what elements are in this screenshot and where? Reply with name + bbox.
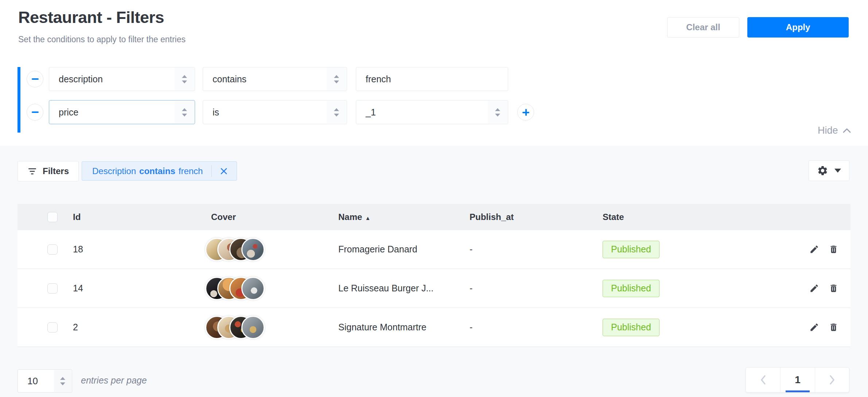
filters-button[interactable]: Filters — [17, 161, 79, 181]
column-header-publish-at[interactable]: Publish_at — [470, 212, 603, 222]
active-page-indicator — [786, 390, 810, 392]
column-header-cover[interactable]: Cover — [204, 212, 338, 222]
page-number-button[interactable]: 1 — [780, 367, 814, 392]
pencil-icon — [809, 283, 819, 293]
filter-tag-operator: contains — [139, 166, 175, 176]
filter-condition-row: price is _1 — [27, 100, 534, 124]
clear-all-button[interactable]: Clear all — [667, 17, 739, 38]
select-stepper-icon — [54, 370, 71, 392]
trash-icon — [829, 322, 838, 332]
remove-condition-button[interactable] — [27, 71, 43, 87]
chevron-right-icon — [829, 375, 835, 385]
filter-icon — [27, 167, 37, 176]
page-subtitle: Set the conditions to apply to filter th… — [18, 35, 186, 44]
close-icon — [219, 166, 229, 176]
entries-table: Id Cover Name▲ Publish_at State 18 — [17, 204, 851, 347]
settings-dropdown-button[interactable] — [809, 160, 849, 181]
operator-select[interactable]: is — [203, 100, 347, 124]
add-condition-button[interactable] — [517, 104, 534, 121]
hide-filters-link[interactable]: Hide — [818, 125, 851, 136]
pagination: 1 — [746, 367, 849, 393]
cover-image — [241, 316, 265, 339]
cover-images — [205, 277, 265, 300]
gear-icon — [817, 165, 828, 176]
cell-name: Signature Montmartre — [338, 322, 470, 333]
cell-publish-at: - — [470, 322, 603, 333]
page-size-select[interactable]: 10 — [17, 369, 72, 393]
field-select-value: description — [59, 74, 103, 84]
pencil-icon — [809, 322, 819, 332]
select-all-cell — [17, 212, 72, 222]
table-row[interactable]: 18 Fromagerie Danard - Published — [17, 230, 851, 269]
table-row[interactable]: 2 Signature Montmartre - Published — [17, 308, 851, 347]
select-all-checkbox[interactable] — [47, 212, 58, 222]
chevron-left-icon — [760, 375, 766, 385]
edit-button[interactable] — [809, 244, 819, 254]
cell-name: Fromagerie Danard — [338, 244, 470, 255]
operator-select-value: contains — [213, 74, 246, 84]
remove-filter-tag-button[interactable] — [219, 166, 229, 176]
select-stepper-icon — [175, 68, 194, 90]
row-checkbox[interactable] — [47, 322, 58, 333]
delete-button[interactable] — [829, 322, 838, 332]
value-select[interactable]: _1 — [356, 100, 508, 124]
operator-select[interactable]: contains — [203, 67, 347, 91]
page-size-value: 10 — [27, 376, 38, 387]
cover-images — [205, 316, 265, 339]
filters-button-label: Filters — [43, 166, 69, 176]
chevron-up-icon — [842, 128, 851, 133]
cell-cover — [204, 316, 338, 339]
operator-select-value: is — [213, 107, 219, 118]
next-page-button[interactable] — [815, 367, 849, 392]
cover-images — [205, 238, 265, 261]
value-select-value: _1 — [366, 107, 376, 118]
pencil-icon — [809, 244, 819, 254]
apply-button[interactable]: Apply — [747, 17, 849, 38]
filter-tag-field: Description — [92, 166, 136, 176]
filter-accent-bar — [17, 67, 20, 133]
cell-publish-at: - — [470, 244, 603, 255]
select-stepper-icon — [175, 101, 194, 123]
edit-button[interactable] — [809, 283, 819, 293]
cell-cover — [204, 277, 338, 300]
state-badge: Published — [603, 319, 659, 336]
chevron-down-icon — [834, 169, 841, 173]
active-filter-tag: Description contains french — [82, 161, 237, 181]
column-header-id[interactable]: Id — [72, 212, 204, 222]
edit-button[interactable] — [809, 322, 819, 332]
select-stepper-icon — [327, 68, 346, 90]
cover-image — [241, 238, 265, 261]
table-header-row: Id Cover Name▲ Publish_at State — [17, 204, 851, 230]
field-select[interactable]: description — [49, 67, 195, 91]
table-row[interactable]: 14 Le Ruisseau Burger J... - Published — [17, 269, 851, 308]
delete-button[interactable] — [829, 283, 838, 293]
tag-divider — [211, 165, 212, 177]
state-badge: Published — [603, 241, 659, 258]
restaurant-filters-page: Restaurant - Filters Set the conditions … — [0, 0, 868, 397]
cell-id: 18 — [72, 244, 204, 255]
remove-condition-button[interactable] — [27, 104, 43, 121]
filter-condition-row: description contains — [27, 67, 508, 91]
entries-per-page-label: entries per page — [81, 375, 147, 386]
value-input[interactable] — [356, 67, 508, 91]
column-header-name[interactable]: Name▲ — [338, 212, 470, 222]
filter-tag-value: french — [179, 166, 203, 176]
field-select-value: price — [59, 107, 78, 118]
previous-page-button[interactable] — [746, 367, 780, 392]
cell-name: Le Ruisseau Burger J... — [338, 283, 470, 294]
field-select[interactable]: price — [49, 100, 195, 124]
state-badge: Published — [603, 280, 659, 297]
content-area: Filters Description contains french — [0, 146, 868, 397]
sort-asc-icon: ▲ — [365, 215, 370, 221]
cell-cover — [204, 238, 338, 261]
plus-icon — [522, 109, 529, 116]
row-checkbox[interactable] — [47, 283, 58, 294]
delete-button[interactable] — [829, 244, 838, 254]
column-header-state[interactable]: State — [603, 212, 782, 222]
cell-publish-at: - — [470, 283, 603, 294]
select-stepper-icon — [327, 101, 346, 123]
current-page-number: 1 — [795, 374, 801, 386]
row-checkbox[interactable] — [47, 244, 58, 255]
trash-icon — [829, 283, 838, 293]
select-stepper-icon — [488, 101, 507, 123]
